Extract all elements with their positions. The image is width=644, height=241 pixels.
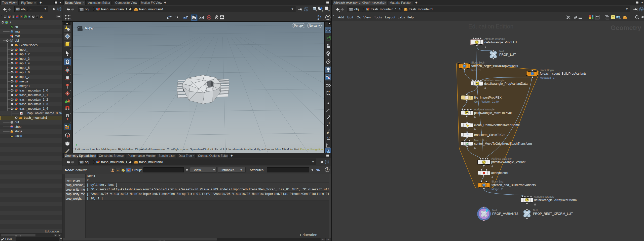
svg-text:?: ? <box>327 15 329 19</box>
svg-text:foreach_count_BuildPropVariant: foreach_count_BuildPropVariants <box>540 72 586 75</box>
svg-text:detailwrangle_PropLUT: detailwrangle_PropLUT <box>484 41 517 44</box>
svg-text:clean_RemoveAttribsKeepName: clean_RemoveAttribsKeepName <box>474 123 520 127</box>
svg-text:Block Begin: Block Begin <box>471 61 485 64</box>
svg-text:center_MoveToOriginAndStashTra: center_MoveToOriginAndStashTransform <box>474 142 532 145</box>
svg-text:Null: Null <box>533 209 538 212</box>
svg-text:transform_ScaleToCm: transform_ScaleToCm <box>474 133 505 137</box>
svg-text:Null: Null <box>492 209 497 212</box>
svg-text:PROP_VARIANTS: PROP_VARIANTS <box>492 212 518 216</box>
svg-text:foreach_end_BuildPropVariants: foreach_end_BuildPropVariants <box>491 183 536 187</box>
svg-text:primitivewrangle_Variant: primitivewrangle_Variant <box>491 160 525 164</box>
svg-text:Null: Null <box>499 50 504 53</box>
svg-text:detailwrangle_ArrayRestXform: detailwrangle_ArrayRestXform <box>534 198 577 202</box>
svg-text:12: 12 <box>327 136 330 139</box>
svg-text:Geometry: Geometry <box>611 24 641 32</box>
svg-text:Attribute Wrangle: Attribute Wrangle <box>491 157 512 160</box>
svg-text:Metadata : 1: Metadata : 1 <box>540 76 555 79</box>
svg-text:Attribute Wrangle: Attribute Wrangle <box>484 37 505 40</box>
svg-text:+: + <box>619 17 621 20</box>
svg-text:?: ? <box>326 168 328 171</box>
svg-text:PROP_LUT: PROP_LUT <box>499 53 516 56</box>
svg-text:Attribute Wrangle: Attribute Wrangle <box>534 195 554 198</box>
svg-text:Match Size: Match Size <box>474 139 487 142</box>
svg-text:Block End: Block End <box>491 180 503 183</box>
svg-text:Merge : 2: Merge : 2 <box>491 188 503 191</box>
svg-text:PROP_REST_XFORM_LUT: PROP_REST_XFORM_LUT <box>533 212 573 216</box>
svg-text:attribdelete1: attribdelete1 <box>491 171 509 175</box>
svg-text:pointwrangle_MoveToPivot: pointwrangle_MoveToPivot <box>474 111 512 115</box>
svg-text:Gen_Platform_01.fbx: Gen_Platform_01.fbx <box>474 100 499 103</box>
svg-text:Attribute Wrangle: Attribute Wrangle <box>484 79 505 82</box>
svg-text:Block Begin: Block Begin <box>540 69 554 72</box>
svg-text:Input : 1: Input : 1 <box>471 69 481 72</box>
svg-text:12: 12 <box>327 122 330 125</box>
svg-text:detailwrangle_PropVariantData: detailwrangle_PropVariantData <box>484 82 527 85</box>
svg-text:Attribute Wrangle: Attribute Wrangle <box>474 108 495 111</box>
svg-text:foreach_begin_BuildPropVariant: foreach_begin_BuildPropVariants <box>471 64 518 68</box>
svg-text:Education Edition: Education Edition <box>468 23 513 30</box>
svg-text:file_ImportPropFBX: file_ImportPropFBX <box>474 96 502 99</box>
